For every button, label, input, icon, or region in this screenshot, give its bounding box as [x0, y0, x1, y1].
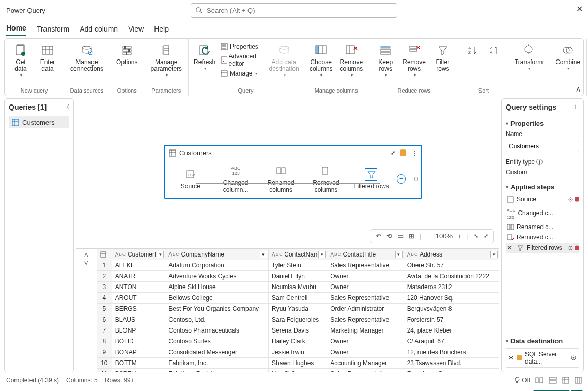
queries-panel: Queries [1]〈 Customers: [4, 98, 74, 372]
collapse-queries-button[interactable]: 〈: [64, 103, 69, 111]
column-header-contactname[interactable]: ABC ContactName▾: [268, 249, 327, 260]
tab-home[interactable]: Home: [6, 22, 26, 36]
remove-columns-button[interactable]: Remove columns▾: [337, 41, 366, 86]
collapse-icon[interactable]: ⤢: [391, 149, 395, 156]
diagram-step-filtered[interactable]: Filtered rows: [349, 168, 394, 190]
query-item-customers[interactable]: Customers: [9, 116, 69, 128]
column-header-companyname[interactable]: ABC CompanyName▾: [165, 249, 269, 260]
transform-button[interactable]: Transform▾: [512, 41, 546, 86]
refresh-button[interactable]: Refresh▾: [192, 41, 218, 86]
get-data-button[interactable]: Get data▾: [8, 41, 34, 86]
filter-dropdown-icon[interactable]: ▾: [490, 251, 498, 258]
more-icon[interactable]: ⋮: [411, 149, 418, 157]
column-header-address[interactable]: ABC Address▾: [404, 249, 499, 260]
svg-rect-93: [563, 377, 569, 383]
column-header-contacttitle[interactable]: ABC ContactTitle▾: [327, 249, 404, 260]
delete-step-icon[interactable]: ✕: [507, 244, 512, 251]
enter-data-button[interactable]: Enter data: [35, 41, 60, 86]
fit-icon[interactable]: ▭: [397, 232, 404, 240]
zoom-out-button[interactable]: −: [426, 232, 430, 240]
properties-button[interactable]: Properties: [219, 42, 267, 51]
table-row[interactable]: 6BLAUSContoso, Ltd.Sara FolguerolesSales…: [97, 314, 499, 325]
applied-step-4[interactable]: ✕Filtered rows: [506, 243, 579, 253]
diagram-step-removed[interactable]: Removed columns: [303, 164, 348, 193]
database-icon[interactable]: [399, 149, 407, 157]
choose-columns-button[interactable]: Choose columns▾: [306, 41, 336, 86]
table-row[interactable]: 5BERGSBest For You Organics CompanyRyuu …: [97, 304, 499, 314]
table-row[interactable]: 7BLONPContoso PharmaceuticalsSerena Davi…: [97, 325, 499, 336]
manage-connections-button[interactable]: Manage connections: [67, 41, 106, 86]
combine-button[interactable]: Combine▾: [552, 41, 583, 86]
group-reduce-rows: Reduce rows: [398, 86, 431, 95]
step-icon: ABC123: [507, 206, 515, 220]
search-box[interactable]: [191, 3, 397, 18]
tab-view[interactable]: View: [128, 23, 144, 36]
expand-preview-icon[interactable]: ᐯ: [84, 260, 88, 266]
diagram-query-customers[interactable]: Customers ⤢ ⋮ CSVSource ABC123Changed co…: [164, 145, 422, 199]
diagram-step-changed-type[interactable]: ABC123Changed column...: [213, 164, 258, 193]
sort-desc-button[interactable]: ZA: [484, 41, 505, 86]
advanced-editor-button[interactable]: Advanced editor: [219, 52, 267, 68]
svg-point-86: [573, 357, 575, 359]
applied-step-0[interactable]: Source: [506, 194, 579, 204]
reset-icon[interactable]: ⟲: [386, 232, 392, 240]
gear-icon[interactable]: [568, 197, 574, 202]
table-row[interactable]: 11BSBEVFabrikam ResidencesYuu ShibataSal…: [97, 369, 499, 373]
gear-icon[interactable]: [568, 245, 574, 251]
diagram-view-icon[interactable]: [549, 377, 557, 384]
table-row[interactable]: 8BOLIDContoso SuitesHailey ClarkOwnerC/ …: [97, 336, 499, 347]
database-icon[interactable]: [575, 197, 579, 202]
search-input[interactable]: [207, 7, 393, 14]
gear-icon[interactable]: [570, 355, 577, 361]
grid-view-icon[interactable]: [562, 377, 569, 384]
applied-step-3[interactable]: Removed c...: [506, 232, 579, 243]
filter-dropdown-icon[interactable]: ▾: [318, 251, 326, 258]
collapse-ribbon-button[interactable]: ᐱ: [576, 86, 580, 94]
filter-dropdown-icon[interactable]: ▾: [260, 251, 267, 258]
database-icon[interactable]: [575, 245, 579, 251]
remove-destination-icon[interactable]: ✕: [508, 354, 514, 362]
sort-asc-button[interactable]: AZ: [462, 41, 483, 86]
tab-help[interactable]: Help: [154, 23, 169, 36]
applied-step-1[interactable]: ABC123Changed c...: [506, 204, 579, 222]
collapse-settings-button[interactable]: 〉: [574, 103, 579, 111]
keep-rows-button[interactable]: Keep rows▾: [373, 41, 398, 86]
close-button[interactable]: ✕: [576, 4, 583, 14]
filter-dropdown-icon[interactable]: ▾: [157, 251, 164, 258]
tab-transform[interactable]: Transform: [37, 23, 69, 36]
expand-view-icon[interactable]: ⤢: [484, 233, 488, 239]
table-row[interactable]: 1ALFKIAdatum CorporationTyler SteinSales…: [97, 260, 499, 271]
applied-steps-header[interactable]: ▾Applied steps: [506, 183, 579, 191]
data-destination-item[interactable]: ✕ SQL Server data...: [506, 348, 579, 368]
filter-rows-button[interactable]: Filter rows: [430, 41, 456, 86]
diagram-step-source[interactable]: CSVSource: [168, 168, 213, 190]
zoom-in-button[interactable]: +: [458, 232, 462, 240]
svg-rect-92: [549, 381, 556, 383]
table-row[interactable]: 3ANTONAlpine Ski HouseNcumisa MvubuOwner…: [97, 282, 499, 293]
table-row[interactable]: 4AROUTBellows CollegeSam CentrellSales R…: [97, 293, 499, 304]
properties-section-header[interactable]: ▾Properties: [506, 119, 579, 127]
step-view-icon[interactable]: [535, 377, 544, 384]
info-icon[interactable]: i: [536, 159, 543, 165]
collapse-view-icon[interactable]: ⤡: [474, 233, 478, 239]
manage-button[interactable]: Manage▾: [219, 69, 267, 78]
minimap-icon[interactable]: ⊞: [409, 232, 414, 240]
query-name-input[interactable]: [506, 141, 579, 152]
column-header-customerid[interactable]: ABC CustomerID▾: [112, 249, 165, 260]
table-row[interactable]: 2ANATRAdventure Works CyclesDaniel Elfyn…: [97, 271, 499, 282]
applied-step-2[interactable]: Renamed c...: [506, 222, 579, 232]
table-row[interactable]: 9BONAPConsolidated MessengerJessie Irwin…: [97, 347, 499, 358]
diagram-step-renamed[interactable]: Renamed columns: [258, 164, 303, 193]
tab-add-column[interactable]: Add column: [80, 23, 118, 36]
schema-view-icon[interactable]: [575, 377, 582, 384]
options-button[interactable]: Options: [113, 41, 141, 86]
table-row[interactable]: 10BOTTMFabrikam, Inc.Shawn HughesAccount…: [97, 358, 499, 369]
remove-rows-button[interactable]: Remove rows▾: [399, 41, 429, 86]
suggestions-toggle[interactable]: Off: [514, 377, 530, 384]
filter-dropdown-icon[interactable]: ▾: [395, 251, 403, 258]
manage-parameters-button[interactable]: Manage parameters▾: [147, 41, 185, 86]
add-step-button[interactable]: +: [397, 174, 406, 184]
undo-icon[interactable]: ↶: [376, 232, 381, 240]
collapse-preview-icon[interactable]: ᐱ: [84, 252, 88, 259]
data-destination-header[interactable]: ▾Data destination: [506, 337, 579, 345]
